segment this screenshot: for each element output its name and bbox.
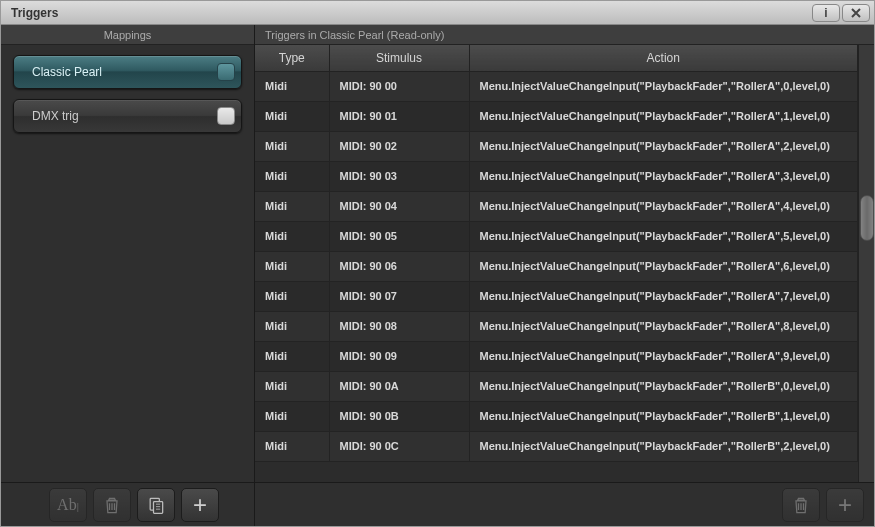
cell-stimulus: MIDI: 90 0C xyxy=(329,431,469,461)
table-row[interactable]: MidiMIDI: 90 08Menu.InjectValueChangeInp… xyxy=(255,311,858,341)
cell-action: Menu.InjectValueChangeInput("PlaybackFad… xyxy=(469,131,858,161)
close-icon xyxy=(850,7,862,19)
cell-type: Midi xyxy=(255,251,329,281)
mapping-label: Classic Pearl xyxy=(32,65,102,79)
table-row[interactable]: MidiMIDI: 90 04Menu.InjectValueChangeInp… xyxy=(255,191,858,221)
cell-stimulus: MIDI: 90 06 xyxy=(329,251,469,281)
close-button[interactable] xyxy=(842,4,870,22)
cell-action: Menu.InjectValueChangeInput("PlaybackFad… xyxy=(469,101,858,131)
cell-stimulus: MIDI: 90 02 xyxy=(329,131,469,161)
delete-mapping-button[interactable] xyxy=(93,488,131,522)
mappings-panel: Mappings Classic Pearl DMX trig Ab| xyxy=(1,25,255,526)
cell-action: Menu.InjectValueChangeInput("PlaybackFad… xyxy=(469,431,858,461)
table-row[interactable]: MidiMIDI: 90 0AMenu.InjectValueChangeInp… xyxy=(255,371,858,401)
cell-type: Midi xyxy=(255,371,329,401)
info-button[interactable]: i xyxy=(812,4,840,22)
cell-stimulus: MIDI: 90 0A xyxy=(329,371,469,401)
plus-icon: + xyxy=(838,493,852,517)
vertical-scrollbar[interactable] xyxy=(858,45,874,482)
cell-action: Menu.InjectValueChangeInput("PlaybackFad… xyxy=(469,401,858,431)
cell-stimulus: MIDI: 90 00 xyxy=(329,71,469,101)
cell-action: Menu.InjectValueChangeInput("PlaybackFad… xyxy=(469,341,858,371)
cell-action: Menu.InjectValueChangeInput("PlaybackFad… xyxy=(469,281,858,311)
cell-type: Midi xyxy=(255,191,329,221)
table-row[interactable]: MidiMIDI: 90 02Menu.InjectValueChangeInp… xyxy=(255,131,858,161)
mapping-item-dmx-trig[interactable]: DMX trig xyxy=(13,99,242,133)
col-action[interactable]: Action xyxy=(469,45,858,71)
cell-stimulus: MIDI: 90 08 xyxy=(329,311,469,341)
cell-stimulus: MIDI: 90 03 xyxy=(329,161,469,191)
cell-stimulus: MIDI: 90 0B xyxy=(329,401,469,431)
rename-icon: Ab| xyxy=(57,496,79,514)
cell-type: Midi xyxy=(255,431,329,461)
cell-stimulus: MIDI: 90 01 xyxy=(329,101,469,131)
table-header-row: Type Stimulus Action xyxy=(255,45,858,71)
triggers-header: Triggers in Classic Pearl (Read-only) xyxy=(255,25,874,45)
cell-stimulus: MIDI: 90 09 xyxy=(329,341,469,371)
table-row[interactable]: MidiMIDI: 90 0CMenu.InjectValueChangeInp… xyxy=(255,431,858,461)
cell-action: Menu.InjectValueChangeInput("PlaybackFad… xyxy=(469,251,858,281)
trash-icon xyxy=(102,495,122,515)
cell-action: Menu.InjectValueChangeInput("PlaybackFad… xyxy=(469,311,858,341)
cell-action: Menu.InjectValueChangeInput("PlaybackFad… xyxy=(469,371,858,401)
table-row[interactable]: MidiMIDI: 90 09Menu.InjectValueChangeInp… xyxy=(255,341,858,371)
cell-type: Midi xyxy=(255,221,329,251)
cell-type: Midi xyxy=(255,281,329,311)
table-row[interactable]: MidiMIDI: 90 0BMenu.InjectValueChangeInp… xyxy=(255,401,858,431)
table-row[interactable]: MidiMIDI: 90 07Menu.InjectValueChangeInp… xyxy=(255,281,858,311)
triggers-window: Triggers i Mappings Classic Pearl DMX tr… xyxy=(0,0,875,527)
cell-type: Midi xyxy=(255,101,329,131)
trash-icon xyxy=(791,495,811,515)
cell-action: Menu.InjectValueChangeInput("PlaybackFad… xyxy=(469,161,858,191)
mappings-header: Mappings xyxy=(1,25,254,45)
triggers-toolbar: + xyxy=(255,482,874,526)
cell-action: Menu.InjectValueChangeInput("PlaybackFad… xyxy=(469,191,858,221)
titlebar: Triggers i xyxy=(1,1,874,25)
cell-type: Midi xyxy=(255,131,329,161)
table-row[interactable]: MidiMIDI: 90 03Menu.InjectValueChangeInp… xyxy=(255,161,858,191)
add-mapping-button[interactable]: + xyxy=(181,488,219,522)
cell-type: Midi xyxy=(255,341,329,371)
plus-icon: + xyxy=(193,493,207,517)
info-icon: i xyxy=(824,6,827,20)
svg-rect-1 xyxy=(154,501,163,513)
add-trigger-button[interactable]: + xyxy=(826,488,864,522)
mapping-chip xyxy=(217,63,235,81)
cell-type: Midi xyxy=(255,311,329,341)
mapping-label: DMX trig xyxy=(32,109,79,123)
col-type[interactable]: Type xyxy=(255,45,329,71)
cell-action: Menu.InjectValueChangeInput("PlaybackFad… xyxy=(469,221,858,251)
mapping-chip xyxy=(217,107,235,125)
table-row[interactable]: MidiMIDI: 90 00Menu.InjectValueChangeInp… xyxy=(255,71,858,101)
cell-stimulus: MIDI: 90 05 xyxy=(329,221,469,251)
mappings-list: Classic Pearl DMX trig xyxy=(1,45,254,482)
triggers-panel: Triggers in Classic Pearl (Read-only) Ty… xyxy=(255,25,874,526)
scrollbar-thumb[interactable] xyxy=(860,195,874,241)
cell-stimulus: MIDI: 90 04 xyxy=(329,191,469,221)
mapping-item-classic-pearl[interactable]: Classic Pearl xyxy=(13,55,242,89)
cell-type: Midi xyxy=(255,161,329,191)
rename-button[interactable]: Ab| xyxy=(49,488,87,522)
table-row[interactable]: MidiMIDI: 90 06Menu.InjectValueChangeInp… xyxy=(255,251,858,281)
cell-type: Midi xyxy=(255,71,329,101)
cell-type: Midi xyxy=(255,401,329,431)
delete-trigger-button[interactable] xyxy=(782,488,820,522)
copy-mapping-button[interactable] xyxy=(137,488,175,522)
col-stimulus[interactable]: Stimulus xyxy=(329,45,469,71)
copy-icon xyxy=(146,495,166,515)
table-row[interactable]: MidiMIDI: 90 01Menu.InjectValueChangeInp… xyxy=(255,101,858,131)
triggers-table: Type Stimulus Action MidiMIDI: 90 00Menu… xyxy=(255,45,858,482)
table-row[interactable]: MidiMIDI: 90 05Menu.InjectValueChangeInp… xyxy=(255,221,858,251)
cell-action: Menu.InjectValueChangeInput("PlaybackFad… xyxy=(469,71,858,101)
cell-stimulus: MIDI: 90 07 xyxy=(329,281,469,311)
window-title: Triggers xyxy=(11,6,58,20)
mappings-toolbar: Ab| + xyxy=(1,482,254,526)
